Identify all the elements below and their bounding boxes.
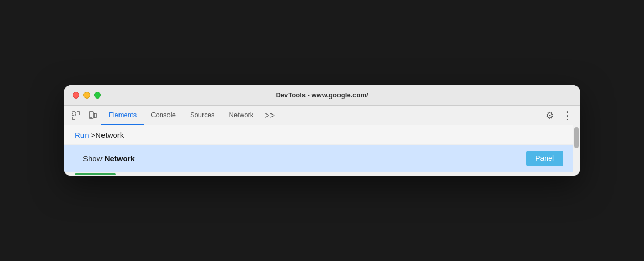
green-indicator bbox=[75, 173, 116, 175]
bottom-bar bbox=[64, 172, 573, 176]
command-result-row[interactable]: Show Network Panel bbox=[64, 145, 573, 172]
scrollbar[interactable] bbox=[573, 125, 580, 176]
scrollbar-thumb[interactable] bbox=[574, 127, 579, 148]
toolbar-tabs: Elements Console Sources Network >> bbox=[101, 106, 539, 125]
tab-network[interactable]: Network bbox=[222, 106, 261, 125]
minimize-button[interactable] bbox=[83, 92, 90, 99]
devtools-window: DevTools - www.google.com/ Elements bbox=[64, 85, 580, 176]
inspect-icon[interactable] bbox=[69, 108, 83, 123]
devtools-body: Run Show Network Panel bbox=[64, 125, 580, 176]
devtools-toolbar: Elements Console Sources Network >> ⚙ ⋮ bbox=[64, 106, 580, 125]
toolbar-right-actions: ⚙ ⋮ bbox=[541, 107, 575, 124]
tab-console[interactable]: Console bbox=[144, 106, 183, 125]
tab-elements[interactable]: Elements bbox=[101, 106, 144, 125]
maximize-button[interactable] bbox=[94, 92, 101, 99]
settings-icon[interactable]: ⚙ bbox=[541, 107, 558, 124]
close-button[interactable] bbox=[73, 92, 79, 99]
command-result-highlight: Network bbox=[105, 154, 135, 163]
title-bar: DevTools - www.google.com/ bbox=[64, 85, 580, 106]
command-input-field[interactable] bbox=[91, 130, 563, 139]
traffic-lights bbox=[73, 92, 101, 99]
panel-button[interactable]: Panel bbox=[526, 151, 563, 166]
more-options-icon[interactable]: ⋮ bbox=[559, 107, 575, 124]
run-label: Run bbox=[75, 130, 89, 139]
more-tabs-button[interactable]: >> bbox=[261, 106, 279, 125]
svg-rect-2 bbox=[94, 113, 96, 118]
command-palette: Run Show Network Panel bbox=[64, 125, 573, 176]
command-input-row: Run bbox=[64, 125, 573, 145]
tab-sources[interactable]: Sources bbox=[183, 106, 222, 125]
command-result-text: Show Network bbox=[83, 154, 526, 163]
window-title: DevTools - www.google.com/ bbox=[276, 91, 368, 99]
device-toggle-icon[interactable] bbox=[85, 108, 99, 123]
svg-rect-0 bbox=[72, 112, 76, 116]
